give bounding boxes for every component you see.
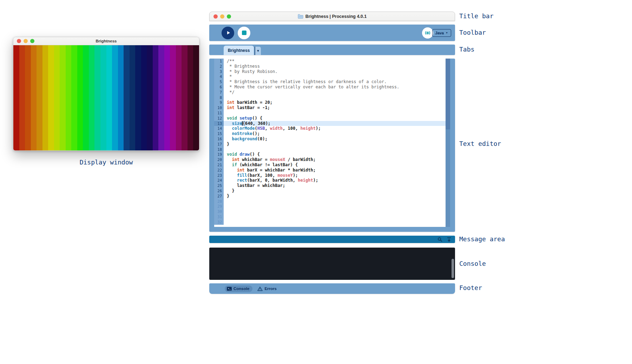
console-scrollbar-thumb[interactable] — [452, 259, 454, 278]
color-bar — [170, 45, 176, 150]
console-tab-label: Console — [233, 287, 249, 291]
line-number: 20 — [214, 157, 224, 162]
ide-footer: >_ Console Errors — [209, 283, 455, 294]
line-number: 17 — [214, 142, 224, 147]
code-line[interactable]: 19void draw() { — [214, 152, 446, 157]
line-number: 11 — [214, 110, 224, 116]
code-line[interactable]: 13 size(640, 360); — [214, 121, 446, 126]
code-line[interactable]: 18 — [214, 147, 446, 152]
color-bar — [135, 45, 141, 150]
scroll-to-bottom-icon[interactable] — [447, 237, 452, 242]
annotation-tabs: Tabs — [459, 46, 474, 53]
display-window: Brightness — [13, 37, 199, 151]
console-output[interactable] — [209, 248, 455, 280]
code-line[interactable]: 17} — [214, 142, 446, 147]
code-line[interactable]: 12void setup() { — [214, 116, 446, 121]
code-line[interactable]: 22 int barX = whichBar * barWidth; — [214, 168, 446, 173]
code-line[interactable]: 32 — [214, 220, 446, 225]
display-window-titlebar[interactable]: Brightness — [13, 37, 199, 45]
code-line[interactable]: 1/** — [214, 59, 446, 64]
color-bar — [176, 45, 182, 150]
text-editor: 1/**2 * Brightness3 * by Rusty Robison.4… — [209, 59, 455, 232]
color-bar — [118, 45, 124, 150]
code-lines[interactable]: 1/**2 * Brightness3 * by Rusty Robison.4… — [214, 59, 446, 227]
chevron-down-icon: ▼ — [257, 49, 260, 53]
color-bar — [124, 45, 130, 150]
console-tab[interactable]: >_ Console — [225, 285, 252, 292]
line-number: 4 — [214, 74, 224, 79]
code-line[interactable]: 2 * Brightness — [214, 64, 446, 69]
sketch-folder-icon — [298, 14, 303, 19]
color-bar — [83, 45, 89, 150]
color-bar — [42, 45, 48, 150]
code-line[interactable]: 14 colorMode(HSB, width, 100, height); — [214, 126, 446, 131]
annotation-toolbar: Toolbar — [459, 29, 486, 36]
code-line[interactable]: 6 * Move the cursor vertically over each… — [214, 85, 446, 90]
annotation-message-area: Message area — [459, 235, 505, 243]
terminal-icon: >_ — [227, 287, 232, 291]
line-number: 31 — [214, 214, 224, 220]
line-number: 23 — [214, 173, 224, 178]
code-line[interactable]: 27} — [214, 194, 446, 199]
code-line[interactable]: 4 * — [214, 74, 446, 79]
line-number: 15 — [214, 131, 224, 136]
editor-scrollbar[interactable] — [446, 59, 450, 227]
code-line[interactable]: 8 — [214, 95, 446, 100]
search-icon[interactable] — [437, 237, 442, 242]
code-line[interactable]: 25 lastBar = whichBar; — [214, 183, 446, 188]
color-bar — [106, 45, 112, 150]
code-line[interactable]: 16 background(0); — [214, 136, 446, 142]
ide-toolbar: Java ▼ — [209, 25, 455, 41]
code-line[interactable]: 7 */ — [214, 90, 446, 95]
tab-menu-button[interactable]: ▼ — [255, 47, 261, 55]
tab-brightness[interactable]: Brightness — [224, 46, 254, 55]
display-canvas[interactable] — [13, 45, 199, 150]
color-bar — [94, 45, 100, 150]
color-bar — [147, 45, 153, 150]
run-button[interactable] — [222, 27, 234, 39]
color-bar — [164, 45, 170, 150]
code-line[interactable]: 30 — [214, 209, 446, 214]
stop-icon — [242, 31, 246, 35]
line-number: 19 — [214, 152, 224, 157]
line-number: 29 — [214, 204, 224, 209]
code-line[interactable]: 20 int whichBar = mouseX / barWidth; — [214, 157, 446, 162]
color-bar — [54, 45, 60, 150]
color-bar — [71, 45, 77, 150]
stop-button[interactable] — [238, 27, 250, 39]
errors-tab[interactable]: Errors — [257, 287, 277, 291]
line-number: 8 — [214, 95, 224, 100]
mode-dropdown[interactable]: Java ▼ — [432, 29, 451, 37]
line-number: 16 — [214, 136, 224, 142]
code-line[interactable]: 31 — [214, 214, 446, 220]
code-line[interactable]: 21 if (whichBar != lastBar) { — [214, 162, 446, 168]
code-line[interactable]: 5 * Brightness is the relative lightness… — [214, 79, 446, 85]
code-line[interactable]: 28 — [214, 199, 446, 204]
color-bar — [100, 45, 106, 150]
color-bar — [182, 45, 187, 150]
annotation-text-editor: Text editor — [459, 140, 501, 147]
ide-titlebar[interactable]: Brightness | Processing 4.0.1 — [209, 12, 455, 21]
display-window-title: Brightness — [13, 39, 199, 43]
code-line[interactable]: 9int barWidth = 20; — [214, 100, 446, 105]
message-area — [209, 236, 455, 243]
ide-title-group: Brightness | Processing 4.0.1 — [210, 14, 455, 19]
code-line[interactable]: 3 * by Rusty Robison. — [214, 69, 446, 74]
color-bar — [77, 45, 83, 150]
debug-button[interactable] — [422, 27, 433, 39]
chevron-down-icon: ▼ — [446, 32, 448, 34]
color-bar — [130, 45, 136, 150]
line-number: 10 — [214, 105, 224, 110]
code-line[interactable]: 15 noStroke(); — [214, 131, 446, 136]
line-number: 22 — [214, 168, 224, 173]
editor-scrollbar-thumb[interactable] — [446, 59, 450, 129]
color-bar — [60, 45, 66, 150]
code-line[interactable]: 11 — [214, 110, 446, 116]
line-number: 7 — [214, 90, 224, 95]
code-line[interactable]: 10int lastBar = -1; — [214, 105, 446, 110]
code-line[interactable]: 24 rect(barX, 0, barWidth, height); — [214, 178, 446, 183]
code-line[interactable]: 23 fill(barX, 100, mouseY); — [214, 173, 446, 178]
annotation-title-bar: Title bar — [459, 12, 494, 20]
code-line[interactable]: 29 — [214, 204, 446, 209]
code-line[interactable]: 26 } — [214, 188, 446, 194]
